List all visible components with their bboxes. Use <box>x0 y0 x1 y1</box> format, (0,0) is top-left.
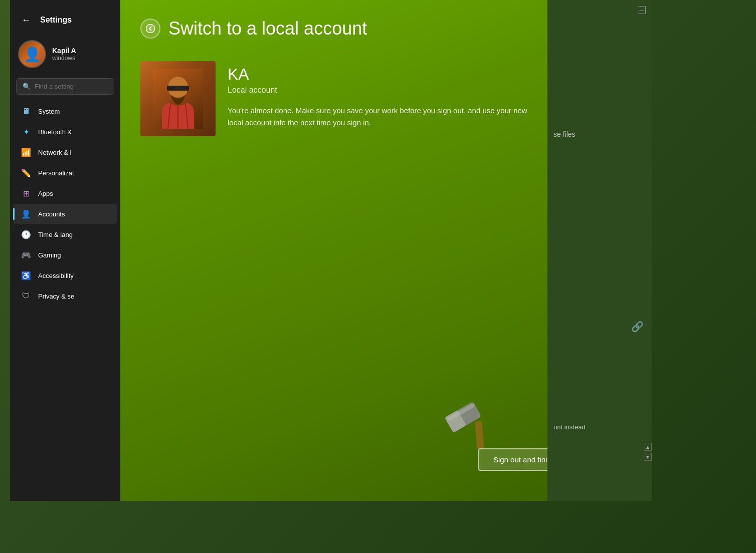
right-panel-bottom-text: unt instead <box>553 423 586 431</box>
avatar-image <box>19 41 45 67</box>
sidebar-item-label: Network & i <box>38 149 71 156</box>
sidebar-item-label: Bluetooth & <box>38 128 72 136</box>
page-back-button[interactable] <box>140 19 160 39</box>
user-name: Kapil A <box>52 47 112 55</box>
user-info: Kapil A windows <box>52 47 112 62</box>
sidebar-item-bluetooth[interactable]: ✦ Bluetooth & <box>13 122 117 142</box>
sidebar-item-privacy[interactable]: 🛡 Privacy & se <box>13 286 117 306</box>
sidebar-item-apps[interactable]: ⊞ Apps <box>13 183 117 203</box>
personalization-icon: ✏️ <box>21 168 31 178</box>
accessibility-icon: ♿ <box>21 270 31 281</box>
sidebar: ← Settings Kapil A windows 🔍 🖥 System ✦ <box>10 0 120 501</box>
minimize-button[interactable]: — <box>638 6 646 14</box>
svg-rect-6 <box>179 86 188 90</box>
account-avatar <box>140 61 216 136</box>
sidebar-item-time[interactable]: 🕐 Time & lang <box>13 224 117 244</box>
sidebar-item-label: Accessibility <box>38 272 74 280</box>
privacy-icon: 🛡 <box>21 291 31 301</box>
settings-window: ← Settings Kapil A windows 🔍 🖥 System ✦ <box>10 0 652 501</box>
sidebar-item-personalization[interactable]: ✏️ Personalizat <box>13 163 117 183</box>
sidebar-title: Settings <box>40 16 72 25</box>
scroll-down-button[interactable]: ▼ <box>644 453 652 461</box>
user-profile: Kapil A windows <box>10 36 120 76</box>
search-box[interactable]: 🔍 <box>16 78 114 95</box>
sidebar-item-label: Accounts <box>38 210 65 218</box>
sidebar-item-label: Gaming <box>38 251 61 259</box>
gaming-icon: 🎮 <box>21 250 31 260</box>
right-panel-text: se files <box>553 130 576 138</box>
sidebar-back-button[interactable]: ← <box>18 12 34 28</box>
sidebar-item-label: Personalizat <box>38 169 74 177</box>
nav-items: 🖥 System ✦ Bluetooth & 📶 Network & i ✏️ … <box>10 99 120 501</box>
sidebar-item-label: Time & lang <box>38 231 73 238</box>
page-title: Switch to a local account <box>168 18 367 39</box>
sidebar-item-label: Apps <box>38 190 53 197</box>
right-panel: se files 🔗 unt instead — ▲ ▼ <box>547 0 652 501</box>
sidebar-item-label: System <box>38 108 60 115</box>
account-message: You're almost done. Make sure you save y… <box>228 105 528 129</box>
time-icon: 🕐 <box>21 229 31 239</box>
sidebar-item-gaming[interactable]: 🎮 Gaming <box>13 245 117 265</box>
accounts-icon: 👤 <box>21 209 31 219</box>
sidebar-item-accounts[interactable]: 👤 Accounts <box>13 204 117 224</box>
user-subtitle: windows <box>52 55 112 62</box>
sidebar-item-accessibility[interactable]: ♿ Accessibility <box>13 265 117 286</box>
sidebar-header: ← Settings <box>10 8 120 36</box>
account-type: Local account <box>228 86 528 95</box>
bluetooth-icon: ✦ <box>21 127 31 137</box>
svg-point-0 <box>146 25 155 33</box>
scroll-up-button[interactable]: ▲ <box>644 443 652 451</box>
search-icon: 🔍 <box>23 83 31 90</box>
sidebar-item-network[interactable]: 📶 Network & i <box>13 142 117 162</box>
sidebar-item-system[interactable]: 🖥 System <box>13 101 117 121</box>
apps-icon: ⊞ <box>21 188 31 198</box>
search-input[interactable] <box>35 83 119 90</box>
user-avatar <box>18 40 46 68</box>
account-details: KA Local account You're almost done. Mak… <box>228 61 528 129</box>
account-avatar-inner <box>140 61 216 136</box>
external-link-icon[interactable]: 🔗 <box>631 321 644 333</box>
sidebar-item-label: Privacy & se <box>38 293 74 300</box>
account-initials: KA <box>228 65 528 84</box>
svg-rect-5 <box>168 86 177 90</box>
svg-rect-10 <box>475 421 484 449</box>
network-icon: 📶 <box>21 147 31 157</box>
scroll-arrows: ▲ ▼ <box>644 443 652 461</box>
system-icon: 🖥 <box>21 106 31 116</box>
